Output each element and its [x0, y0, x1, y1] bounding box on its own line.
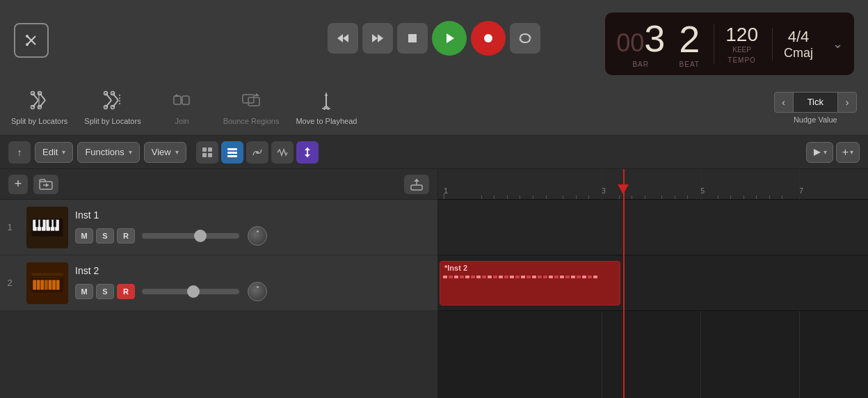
track-1-thumbnail: [26, 207, 68, 248]
bounce-regions-tool[interactable]: Bounce Regions: [223, 90, 280, 125]
arrow-tool-dropdown[interactable]: ▾: [806, 142, 833, 163]
timeline-area: 1 3 5 7: [438, 169, 868, 398]
cycle-button[interactable]: [510, 23, 540, 54]
edit-dropdown-button[interactable]: Edit ▾: [35, 142, 73, 163]
track-2-thumbnail: [26, 262, 68, 304]
top-toolbar: 00 3 BAR 2 BEAT 120 KEEP TEMPO 4/4 Cmaj …: [0, 0, 868, 80]
svg-marker-4: [343, 34, 348, 42]
upload-button[interactable]: [404, 175, 429, 194]
track-2-mute[interactable]: M: [75, 284, 93, 299]
pattern-dot: [577, 276, 581, 278]
back-button[interactable]: ↑: [8, 141, 31, 164]
track-1-info: Inst 1 M S R: [75, 209, 437, 246]
nudge-left-icon: ‹: [782, 97, 785, 108]
tempo-display: 120 KEEP TEMPO: [714, 24, 758, 64]
play-button[interactable]: [432, 21, 467, 56]
pattern-dot: [454, 276, 458, 278]
svg-marker-5: [337, 34, 343, 42]
svg-marker-7: [378, 34, 383, 42]
arrow-dropdown-arrow: ▾: [823, 148, 827, 156]
pattern-dot: [499, 276, 503, 278]
key-display: 4/4 Cmaj: [772, 28, 813, 61]
svg-marker-9: [447, 33, 454, 43]
track-1-volume-slider[interactable]: [142, 233, 239, 239]
join-tool[interactable]: Join: [158, 90, 207, 125]
beat-display: 2 BEAT: [679, 20, 700, 68]
move-to-playhead-tool[interactable]: Move to Playhead: [296, 90, 357, 125]
pattern-dot: [449, 276, 453, 278]
pattern-dot: [521, 276, 525, 278]
snap-view-button[interactable]: [296, 141, 319, 164]
svg-rect-67: [35, 219, 38, 226]
track-1-pan-knob[interactable]: [248, 226, 267, 246]
track-2-pan-knob[interactable]: [248, 282, 267, 301]
curve-view-button[interactable]: [246, 141, 268, 164]
bar-value: 3: [644, 19, 665, 57]
track-1-name: Inst 1: [75, 209, 437, 221]
join-icon: [172, 90, 192, 114]
view-icon-group: [196, 141, 319, 164]
nudge-left-button[interactable]: ‹: [774, 92, 794, 113]
pattern-dot: [493, 276, 497, 278]
track-2-record[interactable]: R: [117, 284, 135, 299]
view-dropdown-button[interactable]: View ▾: [144, 142, 186, 163]
svg-marker-51: [305, 148, 310, 150]
svg-marker-56: [46, 183, 49, 187]
transport-controls: [328, 21, 540, 56]
track-2-volume-slider[interactable]: [142, 289, 239, 294]
nudge-right-button[interactable]: ›: [837, 92, 857, 113]
track-2-pan-dot: [257, 286, 259, 288]
pattern-dot: [549, 276, 553, 278]
split-by-locators-tool[interactable]: Split by Locators: [84, 90, 140, 125]
add-track-button[interactable]: +: [8, 175, 28, 194]
inst2-region[interactable]: *Inst 2: [440, 261, 620, 305]
pattern-dot: [504, 276, 508, 278]
time-display-dropdown[interactable]: ⌄: [833, 36, 843, 51]
list-view-button[interactable]: [221, 141, 243, 164]
edit-label: Edit: [42, 147, 58, 157]
bar-dim: 00: [616, 29, 644, 58]
bounce-regions-icon: [241, 90, 261, 114]
split-by-playhead-tool[interactable]: Split by Locators: [11, 90, 67, 125]
track-2-controls: M S R: [75, 282, 437, 301]
track-1-pan-dot: [257, 230, 259, 232]
svg-rect-46: [227, 148, 237, 150]
wave-view-button[interactable]: [271, 141, 294, 164]
folder-button[interactable]: [33, 175, 58, 194]
track-number-2: 2: [0, 278, 19, 288]
svg-rect-72: [33, 276, 62, 278]
back-icon: ↑: [17, 147, 22, 158]
svg-rect-80: [32, 273, 63, 276]
grid-view-button[interactable]: [196, 141, 218, 164]
bounce-regions-label: Bounce Regions: [223, 117, 280, 125]
svg-rect-69: [49, 219, 51, 226]
svg-marker-59: [414, 179, 419, 182]
pattern-dot: [482, 276, 486, 278]
svg-marker-37: [254, 93, 259, 96]
track-1-record[interactable]: R: [117, 228, 135, 244]
add-tool-dropdown[interactable]: + ▾: [836, 142, 860, 163]
rewind-button[interactable]: [328, 23, 358, 54]
stop-button[interactable]: [397, 23, 428, 54]
record-button[interactable]: [471, 21, 506, 56]
svg-rect-31: [174, 96, 181, 104]
track-1-mute[interactable]: M: [75, 228, 93, 244]
scissors-tool-icon[interactable]: [14, 23, 49, 58]
split-locators-icon: [103, 90, 122, 114]
functions-dropdown-button[interactable]: Functions ▾: [77, 142, 139, 163]
track-2-solo[interactable]: S: [96, 284, 114, 299]
track-1-solo[interactable]: S: [96, 228, 114, 244]
edit-bar: ↑ Edit ▾ Functions ▾ View ▾ ▾: [0, 136, 868, 169]
svg-rect-77: [49, 280, 52, 289]
svg-rect-73: [33, 280, 36, 289]
region-pattern: [440, 274, 620, 280]
move-playhead-label: Move to Playhead: [296, 117, 357, 125]
bar-display: 00 3 BAR: [616, 19, 665, 68]
fast-forward-button[interactable]: [362, 23, 393, 54]
pattern-dot: [593, 276, 597, 278]
pattern-dot: [538, 276, 542, 278]
track-2-volume-thumb: [187, 285, 200, 298]
pattern-dot: [543, 276, 547, 278]
svg-rect-48: [227, 155, 237, 157]
track-1-volume-thumb: [194, 230, 207, 242]
